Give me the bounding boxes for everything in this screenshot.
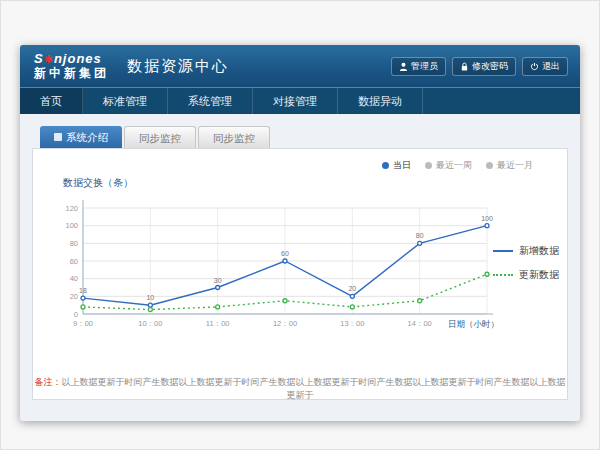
chart-panel: 当日 最近一周 最近一月 数据交换（条） 0204060801001209：00… xyxy=(32,148,568,400)
svg-text:80: 80 xyxy=(416,232,424,239)
svg-text:9：00: 9：00 xyxy=(73,319,93,328)
blue-line-icon xyxy=(493,250,513,252)
svg-text:0: 0 xyxy=(74,310,78,319)
filter-last-week[interactable]: 最近一周 xyxy=(425,159,472,172)
svg-text:20: 20 xyxy=(348,285,356,292)
line-chart-canvas: 0204060801001209：0010：0011：0012：0013：001… xyxy=(49,192,501,338)
legend-new-data-label: 新增数据 xyxy=(519,244,559,258)
change-password-label: 修改密码 xyxy=(472,60,508,73)
svg-text:60: 60 xyxy=(70,257,78,266)
logout-label: 退出 xyxy=(542,60,560,73)
tab-sync-monitor-2-label: 同步监控 xyxy=(213,127,255,149)
svg-text:100: 100 xyxy=(65,221,78,230)
nav-item-system-mgmt[interactable]: 系统管理 xyxy=(168,88,253,114)
change-password-button[interactable]: 修改密码 xyxy=(452,57,516,76)
svg-text:100: 100 xyxy=(481,215,493,222)
app-header: S✱njones 新中新集团 数据资源中心 管理员 修改密码 退出 xyxy=(20,45,580,87)
tab-sync-monitor-2[interactable]: 同步监控 xyxy=(198,126,270,148)
filter-last-month-label: 最近一月 xyxy=(497,159,533,172)
y-axis-title: 数据交换（条） xyxy=(63,176,567,190)
logo-star-icon: ✱ xyxy=(44,53,54,65)
filter-last-week-label: 最近一周 xyxy=(436,159,472,172)
today-dot-icon xyxy=(382,162,389,169)
logo-company-name: 新中新集团 xyxy=(34,67,109,80)
legend-update-data-label: 更新数据 xyxy=(519,268,559,282)
nav-item-data-change[interactable]: 数据异动 xyxy=(338,88,423,114)
svg-text:60: 60 xyxy=(281,250,289,257)
list-icon xyxy=(54,133,62,141)
svg-text:13：00: 13：00 xyxy=(340,319,364,328)
legend-series-update-data[interactable]: 更新数据 xyxy=(493,268,559,282)
tab-system-intro-label: 系统介绍 xyxy=(66,126,108,148)
page-title: 数据资源中心 xyxy=(127,57,229,76)
last-week-dot-icon xyxy=(425,162,432,169)
admin-user-label: 管理员 xyxy=(411,60,438,73)
nav-item-interface-mgmt[interactable]: 对接管理 xyxy=(253,88,338,114)
last-month-dot-icon xyxy=(486,162,493,169)
svg-text:12：00: 12：00 xyxy=(273,319,297,328)
power-icon xyxy=(530,62,539,71)
tab-sync-monitor-1[interactable]: 同步监控 xyxy=(124,126,196,148)
green-dotted-line-icon xyxy=(493,274,513,276)
legend-series-new-data[interactable]: 新增数据 xyxy=(493,244,559,258)
filter-today[interactable]: 当日 xyxy=(382,159,411,172)
svg-text:10: 10 xyxy=(146,294,154,301)
user-icon xyxy=(399,62,408,71)
footnote: 备注：以上数据更新于时间产生数据以上数据更新于时间产生数据以上数据更新于时间产生… xyxy=(33,376,567,402)
admin-user-button[interactable]: 管理员 xyxy=(391,57,446,76)
content-area: 系统介绍 同步监控 同步监控 当日 最近一周 最近一月 数据交换（条） 0204… xyxy=(20,114,580,400)
svg-text:日期（小时）: 日期（小时） xyxy=(448,319,499,329)
svg-text:40: 40 xyxy=(70,274,78,283)
svg-text:11：00: 11：00 xyxy=(206,319,230,328)
nav-item-home[interactable]: 首页 xyxy=(20,88,83,114)
company-logo[interactable]: S✱njones 新中新集团 xyxy=(34,52,109,79)
tab-system-intro[interactable]: 系统介绍 xyxy=(40,126,122,148)
footnote-prefix: 备注： xyxy=(35,377,62,387)
series-legend: 新增数据 更新数据 xyxy=(493,244,559,292)
app-window: S✱njones 新中新集团 数据资源中心 管理员 修改密码 退出 xyxy=(20,45,580,421)
tab-bar: 系统介绍 同步监控 同步监控 xyxy=(40,126,568,148)
svg-text:20: 20 xyxy=(70,292,78,301)
svg-text:14：00: 14：00 xyxy=(408,319,432,328)
svg-text:18: 18 xyxy=(79,287,87,294)
chart-wrapper: 0204060801001209：0010：0011：0012：0013：001… xyxy=(49,192,567,342)
tab-sync-monitor-1-label: 同步监控 xyxy=(139,127,181,149)
lock-icon xyxy=(460,62,469,71)
time-range-filters: 当日 最近一周 最近一月 xyxy=(33,159,533,172)
svg-text:30: 30 xyxy=(214,277,222,284)
header-actions: 管理员 修改密码 退出 xyxy=(391,57,568,76)
svg-text:80: 80 xyxy=(70,239,78,248)
footnote-text: 以上数据更新于时间产生数据以上数据更新于时间产生数据以上数据更新于时间产生数据以… xyxy=(62,377,566,400)
nav-item-standard-mgmt[interactable]: 标准管理 xyxy=(83,88,168,114)
logo-wordmark: S✱njones xyxy=(34,52,109,66)
logout-button[interactable]: 退出 xyxy=(522,57,568,76)
main-nav: 首页 标准管理 系统管理 对接管理 数据异动 xyxy=(20,87,580,114)
svg-text:10：00: 10：00 xyxy=(138,319,162,328)
filter-last-month[interactable]: 最近一月 xyxy=(486,159,533,172)
svg-text:120: 120 xyxy=(65,204,78,213)
filter-today-label: 当日 xyxy=(393,159,411,172)
